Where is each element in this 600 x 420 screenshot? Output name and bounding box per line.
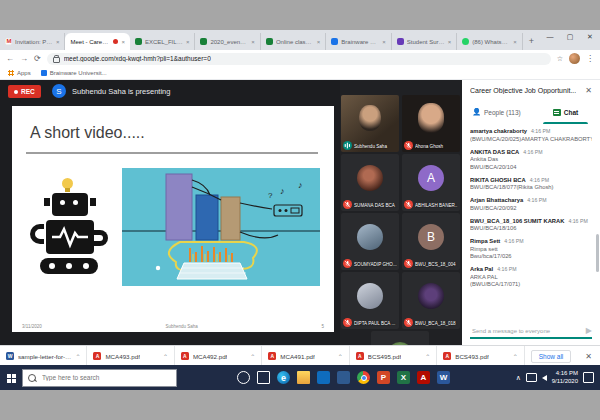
download-item[interactable]: A MCA493.pdf ⌃ xyxy=(87,346,174,366)
tab-close-icon[interactable]: × xyxy=(121,39,125,45)
close-button[interactable]: ✕ xyxy=(580,30,600,44)
download-item[interactable]: A MCA492.pdf ⌃ xyxy=(175,346,262,366)
start-button[interactable] xyxy=(0,369,22,387)
bookmark-label: Brainware Universit... xyxy=(50,70,107,76)
participant-tile[interactable]: BWU_BCA_19_006 xyxy=(371,331,429,345)
profile-avatar[interactable] xyxy=(569,53,580,64)
notification-center-icon[interactable] xyxy=(583,372,594,383)
slide-date: 3/11/2020 xyxy=(22,324,42,329)
bookmark-apps[interactable]: Apps xyxy=(8,70,31,76)
tab-whatsapp[interactable]: (86) WhatsApp × xyxy=(457,33,522,50)
timestamp: 4:16 PM xyxy=(527,197,546,203)
tab-brainware[interactable]: Brainware Universi... × xyxy=(326,33,391,50)
participant-tile[interactable]: Ahona Ghosh xyxy=(402,95,460,152)
close-icon[interactable]: ✕ xyxy=(581,86,592,95)
mail-icon[interactable] xyxy=(337,371,350,384)
speaker-icon[interactable] xyxy=(542,375,547,381)
participant-tile[interactable]: Subhendu Saha xyxy=(341,95,399,152)
tab-close-icon[interactable]: × xyxy=(448,39,452,45)
participant-tile[interactable]: A ABHILASH BANER.. xyxy=(402,154,460,211)
chevron-up-icon[interactable]: ⌃ xyxy=(250,353,255,360)
tab-online-class[interactable]: Online class _3Cal... × xyxy=(261,33,326,50)
tab-close-icon[interactable]: × xyxy=(186,39,190,45)
tab-chat[interactable]: Chat xyxy=(531,100,600,124)
tab-student-survey[interactable]: Student Survey × xyxy=(392,33,457,50)
excel-icon[interactable]: X xyxy=(397,371,410,384)
tab-close-icon[interactable]: × xyxy=(513,39,517,45)
forward-icon[interactable]: → xyxy=(20,55,28,63)
chevron-up-icon[interactable]: ⌃ xyxy=(163,353,168,360)
chevron-up-icon[interactable]: ⌃ xyxy=(75,353,80,360)
menu-dots-icon[interactable]: ⋮ xyxy=(586,55,594,63)
message-input[interactable] xyxy=(470,327,586,335)
network-icon[interactable] xyxy=(526,373,537,382)
show-all-button[interactable]: Show all xyxy=(531,350,572,363)
close-downloads-icon[interactable]: ✕ xyxy=(577,352,600,361)
chevron-up-icon[interactable]: ⌃ xyxy=(513,353,518,360)
chevron-up-icon[interactable]: ⌃ xyxy=(338,353,343,360)
tray-chevron-icon[interactable]: ∧ xyxy=(516,374,521,382)
url-input[interactable]: meet.google.com/xdq-kwqt-hmh?pli=1&authu… xyxy=(47,53,551,65)
tab-excel-file[interactable]: EXCEL_FILE - Goog... × xyxy=(130,33,195,50)
download-item[interactable]: A BCS493.pdf ⌃ xyxy=(437,346,524,366)
bookmark-brainware[interactable]: Brainware Universit... xyxy=(41,70,107,76)
tab-close-icon[interactable]: × xyxy=(317,39,321,45)
pdf-icon: A xyxy=(268,352,276,360)
tab-close-icon[interactable]: × xyxy=(251,39,255,45)
tab-meet[interactable]: Meet - Caree... × xyxy=(65,33,129,50)
svg-text:♪: ♪ xyxy=(298,180,303,190)
send-icon[interactable]: ▶ xyxy=(586,326,592,335)
tab-people[interactable]: 👤 People (113) xyxy=(462,100,531,124)
file-explorer-icon[interactable] xyxy=(297,371,310,384)
meet-content: REC S Subhendu Saha is presenting A shor… xyxy=(0,80,600,345)
bookmark-star-icon[interactable]: ☆ xyxy=(557,55,563,63)
message-text: Ankita Das xyxy=(470,156,592,162)
download-item[interactable]: A BCS495.pdf ⌃ xyxy=(350,346,437,366)
chrome-icon[interactable] xyxy=(357,371,370,384)
tab-label: Online class _3Cal... xyxy=(276,39,314,45)
mic-muted-icon xyxy=(343,200,352,209)
participant-tile[interactable]: SUMANA DAS BCA xyxy=(341,154,399,211)
tab-close-icon[interactable]: × xyxy=(382,39,386,45)
sender: ANKITA DAS BCA xyxy=(470,149,519,155)
edge-icon[interactable]: e xyxy=(277,371,290,384)
participant-name: BWU_BCA_18_018 xyxy=(415,321,458,326)
video-thumbnail[interactable]: ? ♪ ♪ xyxy=(122,168,320,286)
chat-messages[interactable]: amartya chakraborty4:16 PM (BWU/MCA/20/0… xyxy=(462,124,600,311)
address-bar: ← → ⟳ meet.google.com/xdq-kwqt-hmh?pli=1… xyxy=(0,50,600,67)
refresh-icon[interactable]: ⟳ xyxy=(34,55,41,63)
taskbar-clock[interactable]: 4:16 PM 9/11/2020 xyxy=(552,370,578,385)
cortana-icon[interactable] xyxy=(237,371,250,384)
chat-message: RIKITA GHOSH BCA4:16 PM BWU/BCA/18/077(R… xyxy=(470,177,592,191)
chevron-up-icon[interactable]: ⌃ xyxy=(425,353,430,360)
tab-label: Invitation: Presenti xyxy=(15,39,53,45)
mic-muted-icon xyxy=(404,318,413,327)
chat-message: Rimpa Sett4:16 PM Rimpa sett Bwu/bca/17/… xyxy=(470,238,592,259)
acrobat-icon[interactable]: A xyxy=(417,371,430,384)
download-item[interactable]: A MCA491.pdf ⌃ xyxy=(262,346,349,366)
participant-tile[interactable]: BWU_BCA_18_018 xyxy=(402,272,460,329)
participant-tile[interactable]: SOUMYADIP GHO... xyxy=(341,213,399,270)
participant-tile[interactable]: B BWU_BCS_18_004 xyxy=(402,213,460,270)
participant-tile[interactable]: DIPTA PAUL BCA ... xyxy=(341,272,399,329)
slide-title: A short video..... xyxy=(30,124,145,142)
tab-invitation[interactable]: Invitation: Presenti × xyxy=(0,33,65,50)
window-controls: — ▢ ✕ xyxy=(540,30,600,44)
timestamp: 4:16 PM xyxy=(523,149,542,155)
download-item[interactable]: W sample-letter-for-...docx ⌃ xyxy=(0,346,87,366)
tab-close-icon[interactable]: × xyxy=(56,39,60,45)
taskbar-search-input[interactable] xyxy=(40,373,171,382)
new-tab-button[interactable]: + xyxy=(523,33,540,50)
tab-marks[interactable]: 2020_even_Marks ... × xyxy=(195,33,260,50)
maximize-button[interactable]: ▢ xyxy=(560,30,580,44)
minimize-button[interactable]: — xyxy=(540,30,560,44)
store-icon[interactable] xyxy=(317,371,330,384)
chat-header: Career Objective Job Opportunit... ✕ xyxy=(462,80,600,100)
task-view-icon[interactable] xyxy=(257,371,270,384)
taskbar-icons: e P X A W xyxy=(237,371,450,384)
taskbar-search[interactable] xyxy=(22,369,177,387)
powerpoint-icon[interactable]: P xyxy=(377,371,390,384)
back-icon[interactable]: ← xyxy=(6,55,14,63)
word-icon[interactable]: W xyxy=(437,371,450,384)
scrollbar[interactable] xyxy=(596,234,599,272)
